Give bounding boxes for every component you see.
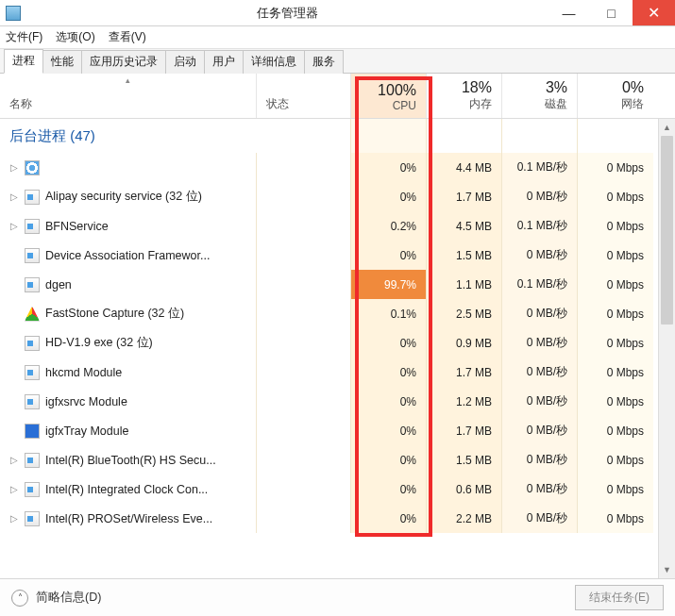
table-row[interactable]: Device Association Framewor... 0% 1.5 MB… [0, 241, 675, 270]
cell-cpu: 0% [351, 182, 427, 211]
table-row[interactable]: igfxsrvc Module 0% 1.2 MB 0 MB/秒 0 Mbps [0, 387, 675, 416]
tab-5[interactable]: 详细信息 [243, 50, 305, 74]
minimize-button[interactable]: — [548, 0, 590, 25]
col-disk-pct: 3% [512, 79, 567, 96]
cell-status [257, 328, 351, 358]
cell-disk: 0 MB/秒 [502, 299, 578, 328]
table-row[interactable]: ▷ Intel(R) BlueTooth(R) HS Secu... 0% 1.… [0, 445, 675, 474]
cell-mem: 4.5 MB [427, 211, 502, 241]
cell-cpu: 0% [351, 416, 427, 445]
group-mem [427, 119, 502, 153]
sort-indicator-icon: ▴ [9, 75, 246, 85]
expand-icon[interactable]: ▷ [9, 162, 19, 173]
process-name: Intel(R) BlueTooth(R) HS Secu... [45, 454, 216, 467]
menu-view[interactable]: 查看(V) [109, 29, 146, 45]
tab-3[interactable]: 启动 [165, 50, 205, 74]
cell-name: Device Association Framewor... [0, 241, 257, 270]
fewer-details-label: 简略信息(D) [36, 590, 101, 606]
table-row[interactable]: FastStone Capture (32 位) 0.1% 2.5 MB 0 M… [0, 299, 675, 328]
cell-net: 0 Mbps [578, 182, 653, 211]
cell-name: FastStone Capture (32 位) [0, 299, 257, 328]
cell-name: hkcmd Module [0, 358, 257, 387]
table-row[interactable]: igfxTray Module 0% 1.7 MB 0 MB/秒 0 Mbps [0, 416, 675, 445]
cell-mem: 2.5 MB [427, 299, 502, 328]
cell-cpu: 99.7% [351, 270, 427, 299]
cell-net: 0 Mbps [578, 299, 653, 328]
tab-strip: 进程性能应用历史记录启动用户详细信息服务 [0, 49, 675, 74]
menu-options[interactable]: 选项(O) [56, 29, 94, 45]
cell-net: 0 Mbps [578, 153, 653, 182]
cell-status [257, 445, 351, 474]
cell-cpu: 0% [351, 474, 427, 504]
col-cpu[interactable]: 100% CPU [351, 74, 427, 118]
process-icon [25, 511, 40, 526]
cell-status [257, 416, 351, 445]
cell-net: 0 Mbps [578, 211, 653, 241]
cell-disk: 0 MB/秒 [502, 182, 578, 211]
tab-0[interactable]: 进程 [4, 49, 43, 74]
table-row[interactable]: HD-V1.9 exe (32 位) 0% 0.9 MB 0 MB/秒 0 Mb… [0, 328, 675, 358]
cell-cpu: 0% [351, 504, 427, 533]
tab-6[interactable]: 服务 [304, 50, 344, 74]
process-icon [25, 248, 40, 263]
cell-disk: 0 MB/秒 [502, 241, 578, 270]
process-rows: 后台进程 (47) ▷ 0% 4.4 MB 0.1 MB/秒 0 Mbps ▷ … [0, 119, 675, 578]
tab-1[interactable]: 性能 [42, 50, 82, 74]
table-row[interactable]: ▷ BFNService 0.2% 4.5 MB 0.1 MB/秒 0 Mbps [0, 211, 675, 241]
cell-cpu: 0% [351, 241, 427, 270]
col-mem[interactable]: 18% 内存 [427, 74, 502, 118]
cell-status [257, 270, 351, 299]
col-name[interactable]: ▴ 名称 [0, 74, 257, 118]
process-icon [25, 219, 40, 234]
maximize-button[interactable]: □ [590, 0, 633, 25]
cell-disk: 0 MB/秒 [502, 387, 578, 416]
cell-status [257, 211, 351, 241]
table-row[interactable]: ▷ Intel(R) Integrated Clock Con... 0% 0.… [0, 474, 675, 504]
cell-net: 0 Mbps [578, 474, 653, 504]
table-row[interactable]: ▷ Alipay security service (32 位) 0% 1.7 … [0, 182, 675, 211]
group-net [578, 119, 653, 153]
process-icon [25, 365, 40, 380]
vertical-scrollbar[interactable]: ▲ ▼ [658, 119, 675, 578]
fewer-details[interactable]: ˄ 简略信息(D) [11, 590, 101, 607]
expand-icon[interactable]: ▷ [9, 513, 19, 524]
cell-name: ▷ Intel(R) PROSet/Wireless Eve... [0, 504, 257, 533]
process-name: HD-V1.9 exe (32 位) [45, 335, 153, 351]
col-net[interactable]: 0% 网络 [578, 74, 653, 118]
cell-mem: 1.2 MB [427, 387, 502, 416]
col-status[interactable]: 状态 [257, 74, 351, 118]
scroll-thumb[interactable] [661, 136, 673, 325]
table-row[interactable]: ▷ Intel(R) PROSet/Wireless Eve... 0% 2.2… [0, 504, 675, 533]
col-cpu-label: CPU [361, 99, 416, 112]
chevron-up-icon: ˄ [11, 590, 28, 607]
cell-name: ▷ [0, 153, 257, 182]
cell-mem: 2.2 MB [427, 504, 502, 533]
expand-icon[interactable]: ▷ [9, 455, 19, 465]
cell-net: 0 Mbps [578, 328, 653, 358]
close-button[interactable]: ✕ [633, 0, 675, 25]
scroll-up-icon[interactable]: ▲ [659, 119, 675, 136]
table-row[interactable]: hkcmd Module 0% 1.7 MB 0 MB/秒 0 Mbps [0, 358, 675, 387]
cell-mem: 1.7 MB [427, 182, 502, 211]
expand-icon[interactable]: ▷ [9, 484, 19, 494]
cell-name: ▷ BFNService [0, 211, 257, 241]
table-row[interactable]: dgen 99.7% 1.1 MB 0.1 MB/秒 0 Mbps [0, 270, 675, 299]
col-disk-label: 磁盘 [512, 96, 567, 112]
scroll-down-icon[interactable]: ▼ [659, 561, 675, 578]
cell-disk: 0 MB/秒 [502, 504, 578, 533]
col-net-pct: 0% [587, 79, 644, 96]
tab-2[interactable]: 应用历史记录 [81, 50, 166, 74]
expand-icon[interactable]: ▷ [9, 221, 19, 231]
cell-name: ▷ Intel(R) BlueTooth(R) HS Secu... [0, 445, 257, 474]
end-task-button[interactable]: 结束任务(E) [575, 585, 664, 610]
tab-4[interactable]: 用户 [204, 50, 244, 74]
group-header[interactable]: 后台进程 (47) [0, 119, 257, 153]
expand-icon[interactable]: ▷ [9, 191, 19, 202]
col-disk[interactable]: 3% 磁盘 [502, 74, 578, 118]
cell-status [257, 387, 351, 416]
cell-name: dgen [0, 270, 257, 299]
menu-file[interactable]: 文件(F) [6, 29, 42, 45]
table-row[interactable]: ▷ 0% 4.4 MB 0.1 MB/秒 0 Mbps [0, 153, 675, 182]
process-name: dgen [45, 278, 72, 291]
group-status [257, 119, 351, 153]
